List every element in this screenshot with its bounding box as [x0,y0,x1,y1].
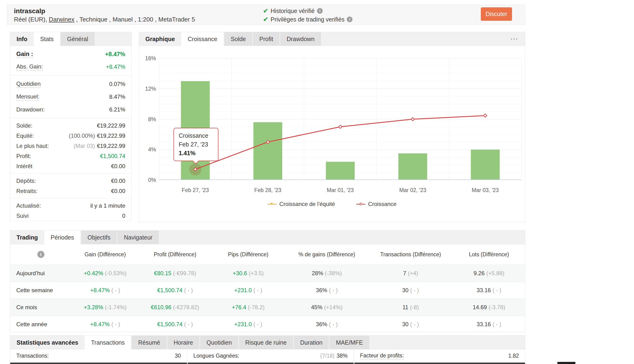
info-icon[interactable]: i [347,16,353,22]
cell-difference: ( - ) [329,321,338,328]
cell-difference: (+3.5) [249,270,263,276]
info-value: +8.47% [106,64,125,70]
chart-menu-icon[interactable]: ⋯ [510,34,519,44]
tab-solde[interactable]: Solde [224,32,252,46]
stat-value-muted: (7/18) [320,353,335,359]
cell-value: 30 [402,321,409,328]
info-label: Actualisé: [16,202,41,209]
periods-header-row: iGain (Différence)Profit (Différence)Pip… [10,244,525,264]
chart-plot-area[interactable] [159,58,521,180]
discuss-button[interactable]: Discuter [481,7,512,21]
cell-value: +8.47% [90,321,110,328]
cell: €610.96(-€278.82) [139,304,211,310]
info-value-wrap: +8.47% [106,64,125,70]
legend-item-croissance[interactable]: Croissance [356,201,396,208]
account-identity: intrascalp Réel (EUR), Darwinex , Techni… [14,7,195,24]
tab-périodes[interactable]: Périodes [44,230,80,244]
cell: +8.47%( - ) [71,287,139,294]
info-value-wrap: 6.21% [109,106,125,113]
cell: +8.47%( - ) [71,321,139,328]
table-row-cette-année: Cette année+8.47%( - )€1,500.74( - )+231… [10,316,525,332]
info-value-wrap: (Mar 03)€19,222.99 [74,143,125,149]
tab-objectifs[interactable]: Objectifs [81,230,117,244]
info-icon[interactable]: i [317,8,323,14]
info-label: Suivi [16,212,29,219]
info-value-wrap: il y a 1 minute [90,202,125,209]
tab-navigateur[interactable]: Navigateur [118,230,159,244]
cell: +231.0( - ) [211,287,285,294]
cell-difference: (-78.2) [248,304,265,310]
cell-difference: (+4) [408,270,418,276]
tab-stats[interactable]: Stats [34,32,60,46]
cell-difference: ( - ) [329,287,338,293]
next-row-cutoff [10,362,525,364]
cell-value: +0.42% [84,270,103,276]
info-label: Quotidien [16,80,41,88]
legend-item-croissance-de-l-équité[interactable]: Croissance de l'équité [268,201,335,208]
stat-label: Facteur de profits: [360,352,404,359]
column-header-%: % de gains (Différence) [285,251,368,258]
info-value-wrap: €19,222.99 [97,122,125,129]
tooltip-value: 1.41% [179,149,213,158]
tab-profit[interactable]: Profit [253,32,279,46]
cell-difference: ( - ) [111,287,120,293]
info-panel: InfoStatsGénéral Gain :+8.47%Abs. Gain:+… [10,32,132,221]
cell: +0.42%(-0.53%) [71,270,139,276]
column-header-lots: Lots (Différence) [453,251,525,258]
cell-value: +8.47% [90,287,110,293]
chart-tabbar: GraphiqueCroissanceSoldeProfitDrawdown [139,32,525,46]
info-row-mensuel: Mensuel:8.47% [10,90,131,103]
tab-général[interactable]: Général [61,32,95,46]
info-label: Retraits: [16,188,37,194]
periods-panel: TradingPériodesObjectifsNavigateur iGain… [10,230,525,332]
diamond-marker-icon [356,204,365,204]
cell-value: 45% [311,304,323,310]
cell-value: +30.6 [233,270,247,276]
stat-value-wrap: 30 [175,353,181,359]
tab-mae-mfe[interactable]: MAE/MFE [330,336,369,349]
x-axis-label: Mar 01, '23 [314,187,366,194]
tab-quotidien[interactable]: Quotidien [200,336,238,349]
column-header-gain: Gain (Différence) [71,251,139,258]
cell: 7(+4) [368,270,453,276]
cell-value: 36% [316,287,327,293]
cell: 30( - ) [368,321,453,328]
info-row-solde: Solde:€19,222.99 [10,120,131,130]
tab-horaire[interactable]: Horaire [167,336,199,349]
info-value: 6.21% [109,106,125,113]
broker-link[interactable]: Darwinex [49,16,74,23]
tab-drawdown[interactable]: Drawdown [280,32,321,46]
info-value: €0.00 [111,163,125,169]
info-value-prefix: (Mar 03) [74,143,95,149]
cell-value: 33.16 [477,321,491,328]
stat-value: 38% [337,353,348,359]
x-axis-label: Mar 02, '23 [387,187,439,194]
verified-history-badge: ✔ Historique vérifié i [263,7,353,14]
verified-history-label: Historique vérifié [271,7,315,14]
tab-croissance[interactable]: Croissance [181,32,224,46]
tab-duration[interactable]: Duration [294,336,329,349]
account-subtitle: Réel (EUR), Darwinex , Technique , Manue… [14,15,195,24]
stat-value: 1.82 [508,353,519,359]
info-icon[interactable]: i [37,251,45,258]
growth-chart[interactable]: 0%4%8%12%16%Feb 27, '23Feb 28, '23Mar 01… [139,46,525,222]
tab-risque-de-ruine[interactable]: Risque de ruine [239,336,293,349]
x-axis-label: Mar 03, '23 [459,187,511,194]
tab-résumé[interactable]: Résumé [132,336,166,349]
y-axis-tick: 12% [139,86,156,92]
section-label-graphique: Graphique [139,32,181,46]
line-marker [339,125,342,128]
stat-label: Longues Gagnées: [193,353,239,359]
verified-privileges-badge: ✔ Privilèges de trading verifiés i [263,16,353,23]
table-row-ce-mois: Ce mois+3.28%(-1.74%)€610.96(-€278.82)+7… [10,298,525,316]
cell: 33.16( - ) [453,287,525,294]
cell-difference: (-1.74%) [105,304,127,310]
cell: 11(-8) [368,304,453,310]
cell-difference: (+5.88) [486,270,504,276]
circle-marker-icon [268,204,276,204]
cell-value: 28% [312,270,323,276]
cell-difference: ( - ) [410,287,419,293]
account-name: intrascalp [14,7,195,15]
growth-bar [326,162,355,180]
tab-transactions[interactable]: Transactions [85,336,131,350]
